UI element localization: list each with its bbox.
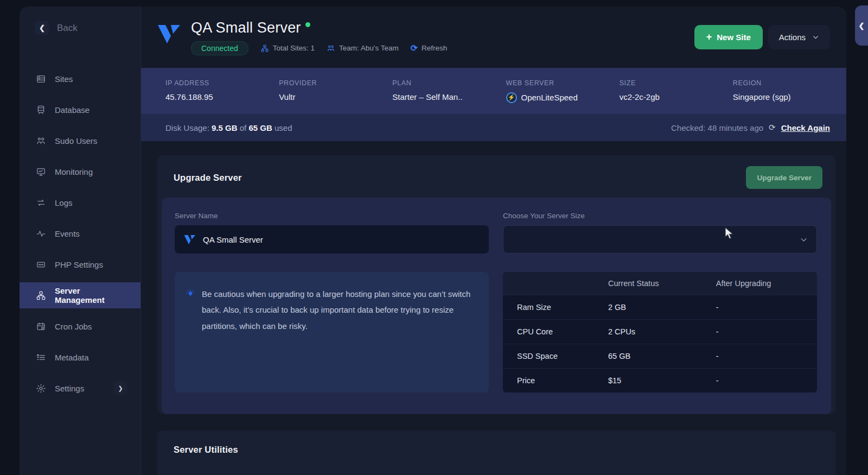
info-col-provider: PROVIDER Vultr (279, 79, 392, 103)
sidebar-item-label: Cron Jobs (55, 322, 92, 331)
team-stat: Team: Abu's Team (327, 44, 399, 53)
refresh-icon: ⟳ (411, 44, 418, 53)
total-sites-stat: Total Sites: 1 (260, 44, 315, 53)
table-row: Price $15 - (503, 368, 817, 392)
info-col-size: SIZE vc2-2c-2gb (620, 79, 733, 103)
server-size-select[interactable] (503, 225, 817, 254)
note-text: Be cautious when upgrading to a larger h… (202, 286, 476, 378)
table-row: SSD Space 65 GB - (503, 344, 817, 368)
sites-icon (36, 74, 46, 84)
sidebar-item-events[interactable]: Events (20, 220, 141, 246)
sidebar-item-label: Events (55, 229, 80, 238)
sidebar-item-metadata[interactable]: Metadata (20, 344, 141, 370)
activity-pulse-icon (36, 229, 46, 239)
table-header-after: After Upgrading (702, 272, 817, 295)
info-col-web-server: WEB SERVER ⚡ OpenLiteSpeed (506, 79, 620, 103)
sidebar-item-label: Metadata (55, 353, 89, 362)
users-icon (36, 136, 46, 146)
server-hierarchy-icon (36, 290, 46, 301)
upgrade-form-panel: Server Name QA Small Server (162, 198, 831, 414)
sidebar-item-label: Logs (55, 198, 73, 207)
database-icon (36, 105, 46, 115)
sidebar-item-php-settings[interactable]: PHP Settings (20, 251, 141, 277)
sidebar-item-monitoring[interactable]: Monitoring (20, 159, 141, 185)
openlitespeed-icon: ⚡ (506, 92, 517, 103)
table-row: Ram Size 2 GB - (503, 295, 817, 319)
sidebar-nav: Sites Database Sudo Users Monitoring Log… (20, 66, 141, 401)
server-name-input[interactable]: QA Small Server (175, 225, 489, 254)
sidebar-item-server-management[interactable]: Server Management (20, 282, 141, 308)
php-box-icon (36, 259, 46, 270)
upgrade-caution-note: Be cautious when upgrading to a larger h… (175, 272, 489, 392)
sidebar-item-label: Database (55, 105, 90, 115)
server-size-label: Choose Your Server Size (503, 212, 817, 220)
table-header-blank (503, 272, 594, 295)
lightbulb-icon (186, 289, 195, 299)
back-chevron-icon[interactable]: ❮ (35, 21, 49, 35)
server-header: QA Small Server Connected Total Sites: 1… (141, 7, 846, 68)
sidebar-item-sites[interactable]: Sites (20, 66, 141, 92)
connected-badge: Connected (191, 41, 248, 55)
upgrade-compare-table: Current Status After Upgrading Ram Size … (503, 272, 817, 392)
info-col-ip: IP ADDRESS 45.76.188.95 (165, 79, 279, 103)
sidebar-item-database[interactable]: Database (20, 97, 141, 123)
online-status-dot (305, 22, 310, 27)
page-title: QA Small Server (191, 20, 301, 36)
actions-button[interactable]: Actions (768, 25, 830, 49)
disk-usage-text: Disk Usage: 9.5 GB of 65 GB used (165, 123, 292, 132)
sidebar-item-label: Settings (55, 384, 84, 393)
table-header-current: Current Status (594, 272, 702, 295)
team-icon (327, 44, 335, 53)
table-row: CPU Core 2 CPUs - (503, 319, 817, 344)
checked-timestamp: Checked: 48 minutes ago (671, 123, 763, 132)
list-icon (36, 352, 46, 363)
check-again-refresh-icon[interactable]: ⟳ (769, 123, 776, 132)
swap-arrows-icon (36, 198, 46, 208)
upgrade-server-heading: Upgrade Server (174, 173, 242, 183)
sidebar-item-label: Sudo Users (55, 136, 97, 145)
server-name-value: QA Small Server (203, 235, 263, 244)
sidebar-item-label: Monitoring (55, 167, 93, 176)
plus-icon: + (706, 31, 712, 43)
sidebar-item-cron-jobs[interactable]: Cron Jobs (20, 313, 141, 339)
sidebar-item-label: Sites (55, 74, 73, 84)
calendar-icon (36, 321, 46, 332)
server-info-bar: IP ADDRESS 45.76.188.95 PROVIDER Vultr P… (141, 68, 846, 114)
sidebar-item-sudo-users[interactable]: Sudo Users (20, 128, 141, 154)
main-area: QA Small Server Connected Total Sites: 1… (141, 7, 846, 475)
settings-expand-chevron-icon[interactable]: ❯ (113, 381, 127, 395)
new-site-button[interactable]: + New Site (694, 25, 763, 49)
sitemap-icon (260, 44, 269, 53)
content-scroll-area: Upgrade Server Upgrade Server Server Nam… (141, 141, 846, 475)
info-col-region: REGION Singapore (sgp) (733, 79, 846, 103)
refresh-button[interactable]: ⟳ Refresh (411, 44, 448, 53)
sidebar: ❮ Back Sites Database Sudo Users Monitor… (20, 7, 141, 475)
check-again-link[interactable]: Check Again (781, 123, 830, 132)
gear-icon (36, 383, 46, 394)
disk-usage-bar: Disk Usage: 9.5 GB of 65 GB used Checked… (141, 114, 846, 141)
sidebar-item-logs[interactable]: Logs (20, 189, 141, 216)
upgrade-server-card: Upgrade Server Upgrade Server Server Nam… (157, 155, 835, 414)
chevron-left-icon: ❮ (859, 22, 865, 30)
collapse-panel-toggle[interactable]: ❮ (855, 5, 868, 46)
back-label: Back (57, 23, 78, 34)
app-window: ❮ Back Sites Database Sudo Users Monitor… (20, 7, 846, 475)
upgrade-server-button[interactable]: Upgrade Server (746, 166, 822, 189)
chevron-down-icon (800, 236, 808, 244)
monitor-icon (36, 167, 46, 177)
xcloud-logo-icon (156, 21, 182, 48)
back-button[interactable]: ❮ Back (20, 7, 141, 35)
sidebar-item-label: PHP Settings (55, 260, 103, 269)
sidebar-item-label: Server Management (55, 286, 127, 305)
chevron-down-icon (812, 34, 819, 41)
server-name-label: Server Name (175, 212, 489, 220)
xcloud-logo-icon (183, 233, 196, 246)
server-utilities-heading: Server Utilities (174, 445, 822, 455)
sidebar-item-settings[interactable]: Settings ❯ (20, 375, 141, 401)
server-utilities-card: Server Utilities (157, 430, 835, 475)
info-col-plan: PLAN Starter – Self Man.. (392, 79, 506, 103)
